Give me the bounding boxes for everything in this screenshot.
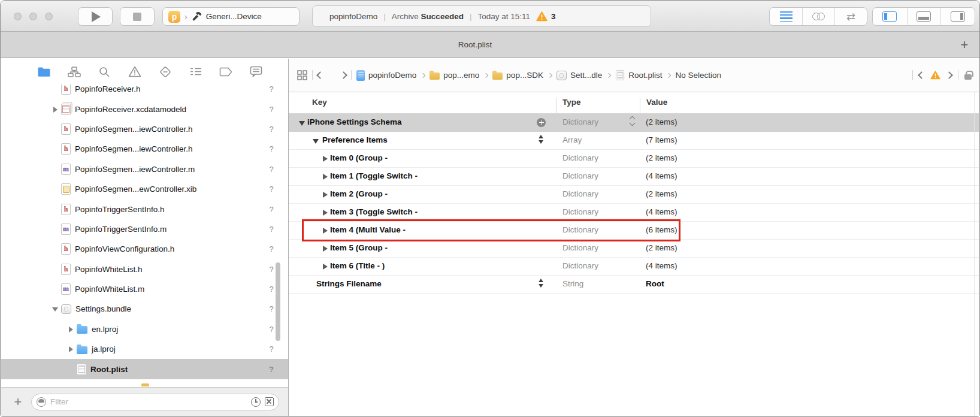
next-issue-button[interactable] (945, 71, 953, 79)
disclosure-triangle[interactable] (322, 173, 329, 180)
plist-type[interactable]: Dictionary (562, 171, 598, 180)
plist-value[interactable]: (2 items) (646, 189, 677, 198)
plist-row[interactable]: Preference ItemsArray(7 items) (289, 132, 979, 150)
previous-issue-button[interactable] (918, 71, 925, 79)
file-row[interactable]: PopinfoWhiteList.h? (1, 259, 288, 279)
disclosure-triangle[interactable] (67, 346, 74, 353)
plist-type[interactable]: Dictionary (562, 243, 598, 252)
value-stepper-icon[interactable] (630, 117, 634, 125)
close-window-button[interactable] (14, 13, 22, 20)
file-row[interactable]: PopinfoSegmen...iewController.m? (1, 159, 288, 179)
row-stepper[interactable] (539, 135, 543, 144)
report-navigator-icon[interactable] (249, 65, 264, 79)
back-button[interactable] (316, 71, 324, 79)
navigator-panel-button[interactable] (873, 8, 907, 25)
row-stepper[interactable] (539, 279, 543, 288)
zoom-window-button[interactable] (45, 13, 53, 20)
plist-value[interactable]: Root (646, 279, 664, 288)
plist-value[interactable]: (2 items) (646, 117, 677, 126)
test-navigator-icon[interactable] (158, 65, 173, 79)
column-header-value[interactable]: Value (646, 98, 667, 107)
column-divider[interactable] (640, 98, 640, 113)
plist-value[interactable]: (2 items) (646, 243, 677, 252)
run-button[interactable] (78, 7, 113, 26)
column-divider[interactable] (556, 98, 557, 113)
file-row[interactable]: PopinfoTriggerSentInfo.m? (1, 219, 288, 239)
filter-input[interactable]: Filter (31, 394, 279, 410)
plist-row[interactable]: iPhone Settings SchemaDictionary(2 items… (289, 114, 979, 132)
symbol-navigator-icon[interactable] (66, 65, 82, 79)
add-row-button[interactable] (537, 118, 546, 127)
file-row[interactable]: PopinfoViewConfiguration.h? (1, 239, 288, 259)
assistant-editor-button[interactable] (802, 8, 834, 25)
disclosure-triangle[interactable] (322, 209, 329, 216)
plist-row[interactable]: Item 2 (Group -Dictionary(2 items) (289, 186, 979, 204)
file-row[interactable]: PopinfoSegmen...iewController.h? (1, 139, 288, 159)
version-editor-button[interactable]: ⇄ (834, 8, 867, 25)
plist-row[interactable]: Item 0 (Group -Dictionary(2 items) (289, 150, 979, 168)
file-row[interactable]: PopinfoReceiver.xcdatamodeld? (1, 99, 288, 119)
plist-type[interactable]: Dictionary (562, 225, 598, 234)
disclosure-triangle[interactable] (322, 191, 329, 198)
file-row[interactable]: en.lproj? (1, 319, 288, 339)
plist-row[interactable]: Item 3 (Toggle Switch -Dictionary(4 item… (289, 204, 979, 222)
plist-type[interactable]: Dictionary (562, 207, 598, 216)
plist-type[interactable]: Dictionary (562, 153, 598, 162)
plist-row[interactable]: Item 5 (Group -Dictionary(2 items) (289, 240, 979, 258)
plist-value[interactable]: (4 items) (646, 207, 677, 216)
disclosure-triangle[interactable] (299, 119, 306, 126)
disclosure-triangle[interactable] (67, 325, 74, 333)
file-row[interactable]: PopinfoSegmen...iewController.h? (1, 119, 288, 139)
file-row[interactable]: Root.plist? (1, 359, 288, 379)
column-header-key[interactable]: Key (312, 98, 327, 107)
breadcrumb-item[interactable]: No Selection (675, 71, 721, 80)
file-row[interactable]: Settings.bundle? (1, 299, 288, 319)
breadcrumb-item[interactable]: pop...emo (429, 71, 479, 80)
breadcrumb-item[interactable]: popinfoDemo (356, 70, 416, 81)
plist-value[interactable]: (2 items) (646, 153, 677, 162)
plist-type[interactable]: Dictionary (562, 117, 598, 126)
file-row[interactable]: PopinfoTriggerSentInfo.h? (1, 199, 288, 219)
breakpoint-navigator-icon[interactable] (218, 65, 234, 79)
disclosure-triangle[interactable] (322, 227, 329, 234)
sidebar-scrollbar[interactable] (276, 262, 280, 341)
file-row[interactable]: PopinfoWhiteList.m? (1, 279, 288, 299)
debug-navigator-icon[interactable] (188, 65, 204, 79)
disclosure-triangle[interactable] (313, 137, 320, 144)
plist-row[interactable]: Item 6 (Title - )Dictionary(4 items) (289, 258, 979, 276)
activity-viewer[interactable]: popinfoDemo | Archive Succeeded | Today … (312, 5, 651, 27)
disclosure-triangle[interactable] (52, 306, 59, 313)
new-tab-button[interactable]: + (949, 38, 979, 52)
breadcrumb-item[interactable]: Sett...dle (556, 71, 602, 80)
search-navigator-icon[interactable] (96, 65, 112, 79)
recent-files-icon[interactable] (251, 397, 261, 407)
related-items-icon[interactable] (297, 70, 307, 80)
plist-value[interactable]: (6 items) (646, 225, 677, 234)
minimize-window-button[interactable] (29, 13, 37, 20)
disclosure-triangle[interactable] (52, 105, 59, 113)
standard-editor-button[interactable] (770, 8, 802, 25)
plist-row[interactable]: Strings FilenameStringRoot (289, 276, 979, 294)
plist-type[interactable]: Array (562, 135, 582, 144)
breadcrumb-item[interactable]: Root.plist (615, 70, 662, 81)
unsaved-files-icon[interactable] (265, 397, 274, 406)
issue-navigator-icon[interactable] (127, 65, 143, 79)
plist-value[interactable]: (7 items) (646, 135, 677, 144)
forward-button[interactable] (340, 71, 347, 79)
warning-icon[interactable] (536, 11, 548, 22)
add-file-button[interactable]: + (11, 395, 25, 409)
tab-root-plist[interactable]: Root.plist (1, 40, 949, 49)
warning-icon[interactable] (930, 71, 940, 80)
scheme-selector[interactable]: p › Generi...Device (162, 7, 300, 26)
disclosure-triangle[interactable] (322, 263, 329, 270)
plist-value[interactable]: (4 items) (646, 171, 677, 180)
inspector-panel-button[interactable] (940, 8, 975, 25)
plist-row[interactable]: Item 1 (Toggle Switch -Dictionary(4 item… (289, 168, 979, 186)
plist-row[interactable]: Item 4 (Multi Value -Dictionary(6 items) (289, 222, 979, 240)
project-navigator-icon[interactable] (36, 65, 52, 79)
plist-type[interactable]: String (562, 279, 583, 288)
plist-type[interactable]: Dictionary (562, 261, 598, 270)
file-row[interactable]: PopinfoSegmen...ewController.xib? (1, 179, 288, 199)
file-row[interactable]: ja.lproj? (1, 339, 288, 359)
breadcrumb-item[interactable]: pop...SDK (492, 71, 543, 80)
